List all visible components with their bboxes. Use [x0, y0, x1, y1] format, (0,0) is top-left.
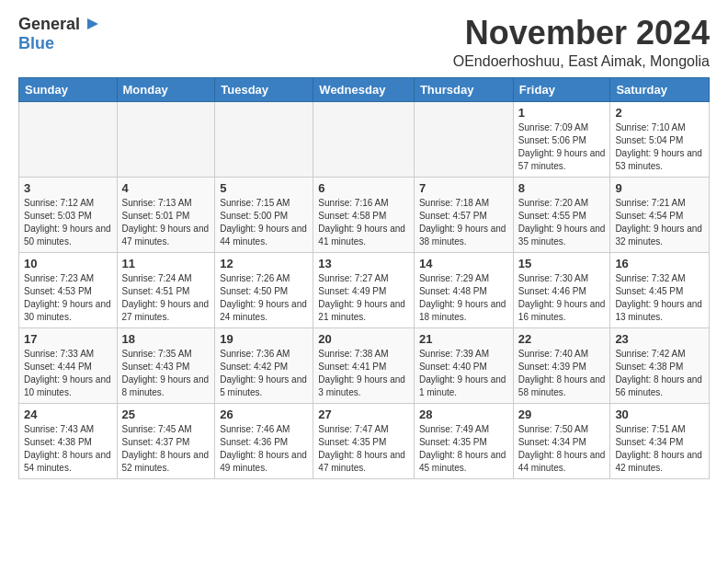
day-number: 5: [220, 181, 308, 195]
day-info: Sunrise: 7:27 AMSunset: 4:49 PMDaylight:…: [318, 272, 409, 324]
weekday-header-cell: Monday: [117, 77, 215, 101]
calendar-week-row: 10Sunrise: 7:23 AMSunset: 4:53 PMDayligh…: [19, 252, 710, 327]
weekday-header-cell: Tuesday: [215, 77, 313, 101]
calendar-day-cell: 25Sunrise: 7:45 AMSunset: 4:37 PMDayligh…: [117, 403, 215, 478]
day-info: Sunrise: 7:10 AMSunset: 5:04 PMDaylight:…: [615, 121, 704, 173]
calendar-day-cell: [414, 101, 513, 177]
calendar-day-cell: 13Sunrise: 7:27 AMSunset: 4:49 PMDayligh…: [313, 252, 415, 327]
weekday-header-cell: Friday: [513, 77, 610, 101]
calendar-day-cell: 7Sunrise: 7:18 AMSunset: 4:57 PMDaylight…: [414, 177, 513, 252]
logo-blue: Blue: [18, 34, 54, 52]
day-number: 13: [318, 257, 409, 270]
day-info: Sunrise: 7:21 AMSunset: 4:54 PMDaylight:…: [615, 197, 704, 248]
calendar-day-cell: 10Sunrise: 7:23 AMSunset: 4:53 PMDayligh…: [19, 252, 118, 327]
day-info: Sunrise: 7:50 AMSunset: 4:34 PMDaylight:…: [518, 423, 606, 475]
day-info: Sunrise: 7:12 AMSunset: 5:03 PMDaylight:…: [24, 197, 112, 248]
day-info: Sunrise: 7:26 AMSunset: 4:50 PMDaylight:…: [220, 272, 308, 324]
svg-marker-0: [87, 18, 98, 29]
day-number: 19: [220, 332, 308, 346]
day-info: Sunrise: 7:29 AMSunset: 4:48 PMDaylight:…: [419, 272, 508, 324]
calendar-day-cell: 30Sunrise: 7:51 AMSunset: 4:34 PMDayligh…: [610, 403, 710, 478]
day-number: 16: [615, 257, 704, 270]
day-number: 20: [318, 332, 409, 346]
day-info: Sunrise: 7:18 AMSunset: 4:57 PMDaylight:…: [419, 197, 508, 248]
weekday-header-cell: Sunday: [19, 77, 118, 101]
day-info: Sunrise: 7:36 AMSunset: 4:42 PMDaylight:…: [220, 348, 308, 399]
calendar-week-row: 1Sunrise: 7:09 AMSunset: 5:06 PMDaylight…: [19, 101, 710, 177]
calendar-day-cell: [313, 101, 415, 177]
day-number: 8: [518, 181, 606, 195]
calendar-day-cell: 15Sunrise: 7:30 AMSunset: 4:46 PMDayligh…: [513, 252, 610, 327]
day-info: Sunrise: 7:20 AMSunset: 4:55 PMDaylight:…: [518, 197, 606, 248]
day-info: Sunrise: 7:40 AMSunset: 4:39 PMDaylight:…: [518, 348, 606, 399]
calendar-day-cell: 17Sunrise: 7:33 AMSunset: 4:44 PMDayligh…: [19, 327, 118, 403]
logo-general: General: [18, 15, 80, 34]
day-info: Sunrise: 7:33 AMSunset: 4:44 PMDaylight:…: [24, 348, 112, 399]
day-info: Sunrise: 7:09 AMSunset: 5:06 PMDaylight:…: [518, 121, 606, 173]
calendar-body: 1Sunrise: 7:09 AMSunset: 5:06 PMDaylight…: [19, 101, 710, 478]
calendar-day-cell: 20Sunrise: 7:38 AMSunset: 4:41 PMDayligh…: [313, 327, 415, 403]
calendar-day-cell: 26Sunrise: 7:46 AMSunset: 4:36 PMDayligh…: [215, 403, 313, 478]
day-info: Sunrise: 7:23 AMSunset: 4:53 PMDaylight:…: [24, 272, 112, 324]
day-number: 1: [518, 106, 606, 120]
calendar-day-cell: 19Sunrise: 7:36 AMSunset: 4:42 PMDayligh…: [215, 327, 313, 403]
calendar-table: SundayMondayTuesdayWednesdayThursdayFrid…: [18, 77, 710, 479]
calendar-day-cell: 24Sunrise: 7:43 AMSunset: 4:38 PMDayligh…: [19, 403, 118, 478]
calendar-week-row: 17Sunrise: 7:33 AMSunset: 4:44 PMDayligh…: [19, 327, 710, 403]
day-number: 15: [518, 257, 606, 270]
day-number: 2: [615, 106, 704, 120]
logo-icon: [82, 15, 100, 33]
calendar-day-cell: 18Sunrise: 7:35 AMSunset: 4:43 PMDayligh…: [117, 327, 215, 403]
calendar-day-cell: 5Sunrise: 7:15 AMSunset: 5:00 PMDaylight…: [215, 177, 313, 252]
day-info: Sunrise: 7:24 AMSunset: 4:51 PMDaylight:…: [122, 272, 210, 324]
day-info: Sunrise: 7:15 AMSunset: 5:00 PMDaylight:…: [220, 197, 308, 248]
day-info: Sunrise: 7:47 AMSunset: 4:35 PMDaylight:…: [318, 423, 409, 475]
day-number: 6: [318, 181, 409, 195]
page-header: General Blue November 2024 OEndoerhoshuu…: [18, 15, 710, 70]
calendar-day-cell: 4Sunrise: 7:13 AMSunset: 5:01 PMDaylight…: [117, 177, 215, 252]
day-number: 24: [24, 408, 112, 421]
calendar-week-row: 24Sunrise: 7:43 AMSunset: 4:38 PMDayligh…: [19, 403, 710, 478]
calendar-day-cell: 16Sunrise: 7:32 AMSunset: 4:45 PMDayligh…: [610, 252, 710, 327]
day-number: 9: [615, 181, 704, 195]
day-number: 7: [419, 181, 508, 195]
day-info: Sunrise: 7:42 AMSunset: 4:38 PMDaylight:…: [615, 348, 704, 399]
calendar-day-cell: [117, 101, 215, 177]
calendar-day-cell: 23Sunrise: 7:42 AMSunset: 4:38 PMDayligh…: [610, 327, 710, 403]
calendar-day-cell: 2Sunrise: 7:10 AMSunset: 5:04 PMDaylight…: [610, 101, 710, 177]
day-info: Sunrise: 7:30 AMSunset: 4:46 PMDaylight:…: [518, 272, 606, 324]
weekday-header-row: SundayMondayTuesdayWednesdayThursdayFrid…: [19, 77, 710, 101]
calendar-day-cell: 29Sunrise: 7:50 AMSunset: 4:34 PMDayligh…: [513, 403, 610, 478]
location-title: OEndoerhoshuu, East Aimak, Mongolia: [453, 53, 710, 70]
day-info: Sunrise: 7:38 AMSunset: 4:41 PMDaylight:…: [318, 348, 409, 399]
calendar-day-cell: 8Sunrise: 7:20 AMSunset: 4:55 PMDaylight…: [513, 177, 610, 252]
day-info: Sunrise: 7:43 AMSunset: 4:38 PMDaylight:…: [24, 423, 112, 475]
logo: General Blue: [18, 15, 100, 53]
title-block: November 2024 OEndoerhoshuu, East Aimak,…: [453, 15, 710, 70]
calendar-day-cell: 28Sunrise: 7:49 AMSunset: 4:35 PMDayligh…: [414, 403, 513, 478]
day-number: 27: [318, 408, 409, 421]
calendar-day-cell: 9Sunrise: 7:21 AMSunset: 4:54 PMDaylight…: [610, 177, 710, 252]
day-number: 25: [122, 408, 210, 421]
calendar-day-cell: 21Sunrise: 7:39 AMSunset: 4:40 PMDayligh…: [414, 327, 513, 403]
calendar-day-cell: 11Sunrise: 7:24 AMSunset: 4:51 PMDayligh…: [117, 252, 215, 327]
day-number: 12: [220, 257, 308, 270]
calendar-day-cell: [215, 101, 313, 177]
day-number: 4: [122, 181, 210, 195]
calendar-day-cell: 6Sunrise: 7:16 AMSunset: 4:58 PMDaylight…: [313, 177, 415, 252]
day-info: Sunrise: 7:32 AMSunset: 4:45 PMDaylight:…: [615, 272, 704, 324]
day-info: Sunrise: 7:51 AMSunset: 4:34 PMDaylight:…: [615, 423, 704, 475]
day-number: 26: [220, 408, 308, 421]
day-info: Sunrise: 7:49 AMSunset: 4:35 PMDaylight:…: [419, 423, 508, 475]
calendar-day-cell: 12Sunrise: 7:26 AMSunset: 4:50 PMDayligh…: [215, 252, 313, 327]
day-info: Sunrise: 7:13 AMSunset: 5:01 PMDaylight:…: [122, 197, 210, 248]
day-info: Sunrise: 7:45 AMSunset: 4:37 PMDaylight:…: [122, 423, 210, 475]
day-number: 18: [122, 332, 210, 346]
calendar-day-cell: [19, 101, 118, 177]
day-number: 17: [24, 332, 112, 346]
day-number: 3: [24, 181, 112, 195]
day-number: 28: [419, 408, 508, 421]
day-info: Sunrise: 7:46 AMSunset: 4:36 PMDaylight:…: [220, 423, 308, 475]
day-info: Sunrise: 7:16 AMSunset: 4:58 PMDaylight:…: [318, 197, 409, 248]
day-number: 29: [518, 408, 606, 421]
